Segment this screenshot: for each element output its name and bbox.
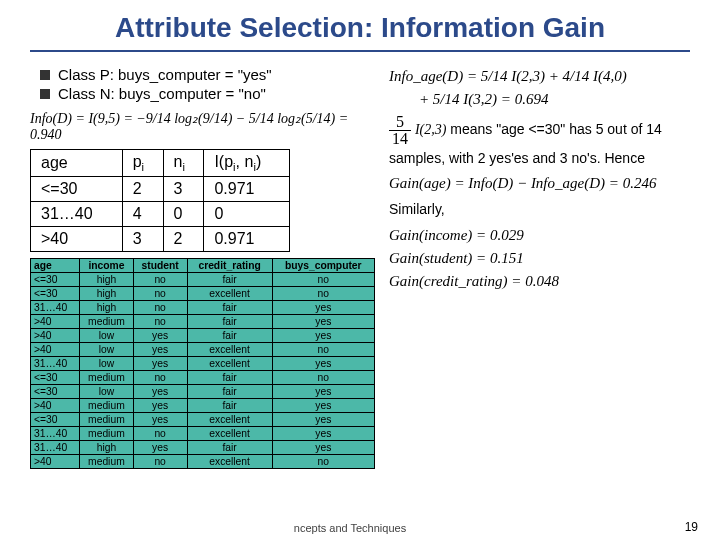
footer-text: ncepts and Techniques [0,522,700,534]
bullet-icon [40,89,50,99]
bullet-icon [40,70,50,80]
gain-credit: Gain(credit_rating) = 0.048 [389,273,690,290]
gain-age-formula: Gain(age) = Info(D) − Info_age(D) = 0.24… [389,175,690,192]
explanation-text: 514 I(2,3) means "age <=30" has 5 out of… [389,114,690,169]
title-rule [30,50,690,52]
slide-title: Attribute Selection: Information Gain [30,12,690,44]
bullet-n: Class N: buys_computer = "no" [58,85,266,102]
similarly-label: Similarly, [389,198,690,220]
class-bullets: Class P: buys_computer = "yes" Class N: … [40,66,375,102]
bullet-p: Class P: buys_computer = "yes" [58,66,272,83]
training-data-table: age income student credit_rating buys_co… [30,258,375,469]
th-ni: ni [163,150,204,177]
gain-student: Gain(student) = 0.151 [389,250,690,267]
th-pi: pi [122,150,163,177]
age-summary-table: age pi ni I(pi, ni) <=30230.971 31…40400… [30,149,290,252]
infoage-formula-2: + 5/14 I(3,2) = 0.694 [419,91,690,108]
entropy-formula: Info(D) = I(9,5) = −9/14 log₂(9/14) − 5/… [30,110,375,143]
th-age: age [31,150,123,177]
page-number: 19 [685,520,698,534]
th-ipn: I(pi, ni) [204,150,290,177]
gain-income: Gain(income) = 0.029 [389,227,690,244]
infoage-formula-1: Info_age(D) = 5/14 I(2,3) + 4/14 I(4,0) [389,68,690,85]
